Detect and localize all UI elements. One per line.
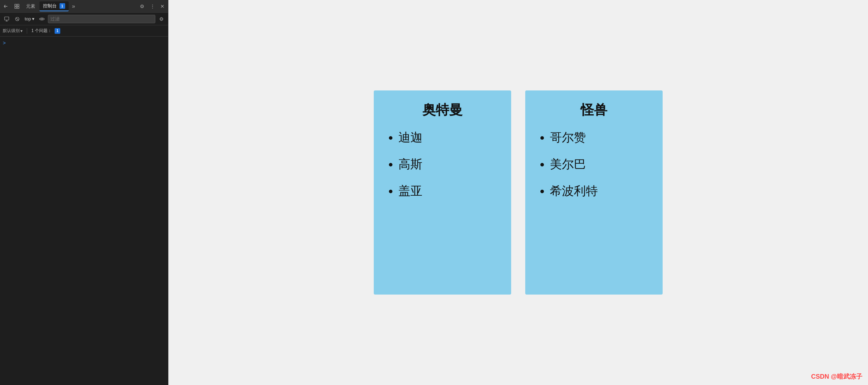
devtools-panel: 元素 控制台 1 » ⚙ ⋮ ✕ top bbox=[0, 0, 168, 385]
list-item: 美尔巴 bbox=[550, 156, 649, 172]
svg-rect-1 bbox=[17, 4, 19, 6]
filter-bar: top ▾ ⚙ bbox=[0, 13, 168, 25]
level-divider bbox=[27, 28, 27, 34]
card-monster: 怪兽 哥尔赞 美尔巴 希波利特 bbox=[525, 90, 663, 295]
close-devtools-button[interactable]: ✕ bbox=[158, 2, 167, 11]
svg-rect-0 bbox=[15, 4, 17, 6]
list-item: 迪迦 bbox=[398, 130, 497, 146]
log-level-select[interactable]: 默认级别 ▾ bbox=[3, 28, 23, 34]
card-ultraman-list: 迪迦 高斯 盖亚 bbox=[388, 130, 497, 199]
svg-line-8 bbox=[16, 18, 18, 20]
tab-elements[interactable]: 元素 bbox=[23, 2, 39, 11]
filter-input[interactable] bbox=[48, 15, 155, 23]
filter-settings-icon[interactable]: ⚙ bbox=[157, 14, 166, 24]
context-selector[interactable]: top ▾ bbox=[23, 15, 36, 22]
issue-badge: 1 bbox=[55, 28, 60, 34]
back-icon[interactable] bbox=[1, 1, 11, 11]
watermark: CSDN @暗武冻子 bbox=[811, 372, 862, 381]
context-arrow-icon: ▾ bbox=[32, 16, 35, 21]
settings-icon[interactable]: ⚙ bbox=[137, 1, 147, 11]
tab-bar: 元素 控制台 1 » ⚙ ⋮ ✕ bbox=[0, 0, 168, 13]
main-content: 奥特曼 迪迦 高斯 盖亚 怪兽 哥尔赞 美尔巴 希波利特 bbox=[168, 0, 868, 385]
clear-console-icon[interactable] bbox=[2, 14, 11, 24]
list-item: 哥尔赞 bbox=[550, 130, 649, 146]
list-item: 盖亚 bbox=[398, 183, 497, 199]
inspect-icon[interactable] bbox=[12, 1, 22, 11]
more-tabs-button[interactable]: » bbox=[69, 2, 78, 11]
card-ultraman-title: 奥特曼 bbox=[388, 101, 497, 119]
tab-console[interactable]: 控制台 1 bbox=[39, 1, 69, 11]
card-monster-list: 哥尔赞 美尔巴 希波利特 bbox=[539, 130, 649, 199]
overflow-menu-icon[interactable]: ⋮ bbox=[148, 1, 157, 11]
svg-point-9 bbox=[41, 18, 43, 20]
svg-rect-2 bbox=[15, 7, 17, 8]
card-monster-title: 怪兽 bbox=[539, 101, 649, 119]
console-area: > bbox=[0, 37, 168, 385]
card-ultraman: 奥特曼 迪迦 高斯 盖亚 bbox=[374, 90, 511, 295]
console-prompt[interactable]: > bbox=[0, 39, 168, 46]
svg-rect-4 bbox=[5, 17, 9, 20]
issue-count-display: 1 个问题： 1 bbox=[31, 28, 60, 34]
console-issue-badge: 1 bbox=[60, 3, 65, 9]
stop-on-exception-icon[interactable] bbox=[13, 14, 22, 24]
level-arrow-icon: ▾ bbox=[20, 29, 23, 33]
list-item: 希波利特 bbox=[550, 183, 649, 199]
list-item: 高斯 bbox=[398, 156, 497, 172]
level-bar: 默认级别 ▾ 1 个问题： 1 bbox=[0, 25, 168, 37]
eye-icon[interactable] bbox=[37, 14, 46, 24]
svg-rect-3 bbox=[17, 7, 19, 8]
